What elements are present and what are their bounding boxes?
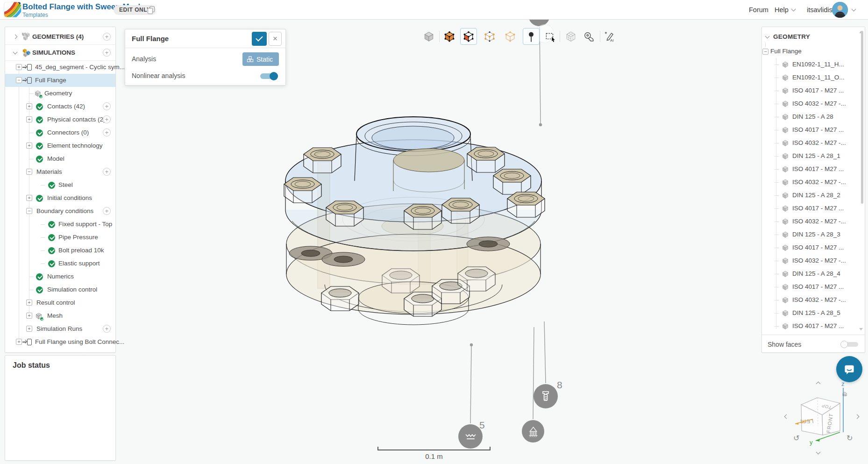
collapse-icon[interactable] [16, 77, 22, 83]
forum-link[interactable]: Forum [749, 0, 768, 20]
collapse-icon[interactable] [26, 169, 32, 175]
geometry-item[interactable]: DIN 125 - A 28_5 [762, 307, 865, 320]
sidebar-item-contacts[interactable]: Contacts (42) [5, 100, 115, 113]
geometry-item[interactable]: ISO 4032 - M27 -... [762, 293, 865, 307]
geometry-panel-header[interactable]: GEOMETRY [762, 30, 865, 43]
sidebar-item-materials[interactable]: Materials [5, 165, 115, 178]
sidebar-item-element-technology[interactable]: Element technology [5, 139, 115, 152]
marker-elastic-support[interactable] [522, 420, 544, 443]
chevron-right-icon[interactable] [13, 35, 18, 39]
view-cube[interactable]: TOP LEFT FRONT z x y [784, 380, 862, 462]
sidebar-item-full-flange-bolt-connectors[interactable]: Full Flange using Bolt Connec... [5, 336, 115, 349]
geometry-item[interactable]: ISO 4017 - M27 ... [762, 123, 865, 136]
geometry-item[interactable]: ISO 4017 - M27 ... [762, 280, 865, 293]
simscale-logo[interactable] [4, 2, 21, 17]
help-menu[interactable]: Help [775, 0, 795, 20]
volume-select-button[interactable] [460, 28, 477, 45]
geometry-item[interactable]: ISO 4017 - M27 ... [762, 320, 865, 333]
geometry-item[interactable]: DIN 125 - A 28_4 [762, 267, 865, 280]
show-faces-toggle[interactable] [840, 341, 858, 348]
nonlinear-toggle[interactable] [260, 72, 278, 80]
sidebar-item-physical-contacts[interactable]: Physical contacts (2) [5, 113, 115, 126]
support-chat-button[interactable] [836, 356, 862, 382]
geometry-item[interactable]: ISO 4032 - M27 -... [762, 97, 865, 110]
expand-icon[interactable] [26, 300, 32, 306]
sidebar-item-fixed-support-top[interactable]: Fixed support - Top [5, 218, 115, 231]
measure-button[interactable] [580, 28, 597, 45]
expand-icon[interactable] [26, 143, 32, 149]
geometry-item[interactable]: EN1092-1_11_H... [762, 58, 865, 71]
sidebar-item-numerics[interactable]: Numerics [5, 270, 115, 283]
geometry-item[interactable]: ISO 4017 - M27 ... [762, 163, 865, 176]
templates-link[interactable]: Templates [22, 12, 48, 18]
geometry-item[interactable]: DIN 125 - A 28_1 [762, 150, 865, 163]
sidebar-item-full-flange[interactable]: Full Flange [5, 74, 115, 87]
sidebar-section-simulations[interactable]: SIMULATIONS [5, 45, 115, 61]
close-button[interactable] [269, 32, 282, 46]
rotate-down-button[interactable] [817, 448, 820, 455]
expand-icon[interactable] [26, 116, 32, 122]
sidebar-item-boundary-conditions[interactable]: Boundary conditions [5, 205, 115, 218]
add-button[interactable] [103, 102, 111, 110]
add-simulation-button[interactable] [103, 49, 111, 57]
box-select-button[interactable] [542, 28, 559, 45]
rotate-cw-button[interactable]: ↻ [847, 435, 853, 442]
add-button[interactable] [103, 168, 111, 176]
sidebar-item-geometry[interactable]: Geometry [5, 87, 115, 100]
mesh-view-button[interactable] [562, 28, 579, 45]
geometry-item[interactable]: ISO 4032 - M27 -... [762, 176, 865, 189]
ai-annotate-button[interactable]: AI [601, 28, 618, 45]
sidebar-section-geometries[interactable]: GEOMETRIES (4) [5, 29, 115, 45]
sidebar-item-simulation-runs[interactable]: Simulation Runs [5, 322, 115, 336]
chevron-down-icon[interactable] [13, 50, 18, 55]
scrollbar[interactable] [861, 31, 863, 204]
expand-icon[interactable] [26, 103, 32, 109]
solid-view-button[interactable] [420, 28, 437, 45]
analysis-type-button[interactable]: Static [242, 52, 279, 66]
geometry-item[interactable]: DIN 125 - A 28_2 [762, 189, 865, 202]
rotate-left-button[interactable] [785, 412, 788, 420]
expand-icon[interactable] [16, 64, 22, 70]
sidebar-item-elastic-support[interactable]: Elastic support [5, 257, 115, 270]
collapse-icon[interactable] [26, 208, 32, 214]
scroll-down-icon[interactable] [859, 328, 863, 330]
geometry-item[interactable]: EN1092-1_11_O... [762, 71, 865, 84]
viewport-3d[interactable] [0, 20, 868, 464]
rotate-right-button[interactable] [855, 412, 859, 420]
vertex-select-button[interactable] [481, 28, 498, 45]
geometry-item[interactable]: ISO 4032 - M27 -... [762, 215, 865, 228]
sidebar-item-connectors[interactable]: Connectors (0) [5, 126, 115, 139]
geometry-item[interactable]: DIN 125 - A 28 [762, 110, 865, 123]
sidebar-item-model[interactable]: Model [5, 152, 115, 165]
rotate-ccw-button[interactable]: ↺ [793, 435, 799, 442]
geometry-item[interactable]: ISO 4032 - M27 -... [762, 254, 865, 267]
geometry-item[interactable]: DIN 125 - A 28_3 [762, 228, 865, 241]
geometry-item[interactable]: ISO 4032 - M27 -... [762, 136, 865, 150]
geometry-item[interactable]: ISO 4017 - M27 ... [762, 202, 865, 215]
add-button[interactable] [103, 207, 111, 215]
geometry-root-full-flange[interactable]: Full Flange [762, 45, 865, 58]
copy-project-button[interactable] [148, 6, 155, 14]
marker-bolt-preload[interactable] [534, 384, 558, 408]
confirm-button[interactable] [252, 32, 267, 46]
job-status-panel[interactable]: Job status [5, 355, 116, 461]
expand-icon[interactable] [26, 195, 32, 201]
add-geometry-button[interactable] [103, 33, 111, 41]
expand-icon[interactable] [16, 339, 22, 345]
add-button[interactable] [103, 128, 111, 136]
chevron-down-icon[interactable] [765, 34, 770, 39]
face-select-button[interactable] [441, 28, 458, 45]
expand-icon[interactable] [26, 313, 32, 319]
user-menu[interactable] [832, 0, 855, 20]
sidebar-item-bolt-preload-10k[interactable]: Bolt preload 10k [5, 244, 115, 257]
wireframe-view-button[interactable] [502, 28, 519, 45]
sidebar-item-simulation-control[interactable]: Simulation control [5, 283, 115, 296]
rotate-up-button[interactable] [817, 379, 820, 387]
add-run-button[interactable] [103, 325, 111, 333]
sidebar-item-initial-conditions[interactable]: Initial conditions [5, 192, 115, 205]
expand-icon[interactable] [26, 326, 32, 332]
add-button[interactable] [103, 115, 111, 123]
sidebar-item-result-control[interactable]: Result control [5, 296, 115, 309]
sidebar-item-pipe-pressure[interactable]: Pipe Pressure [5, 231, 115, 244]
collapse-icon[interactable] [762, 49, 768, 55]
